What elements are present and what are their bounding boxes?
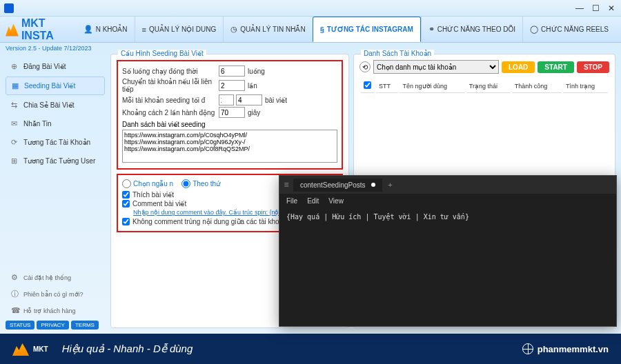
titlebar: — ☐ ✕ xyxy=(0,0,621,17)
accounts-table: STT Tên người dùng Trạng thái Thành công… xyxy=(359,78,609,94)
editor-menu-file[interactable]: File xyxy=(286,197,297,205)
editor-menu-icon[interactable]: ≡ xyxy=(279,180,293,190)
modified-dot-icon xyxy=(371,183,375,187)
maximize-button[interactable]: ☐ xyxy=(590,3,602,13)
pill-terms[interactable]: TERMS xyxy=(71,321,99,330)
col-username: Tên người dùng xyxy=(400,79,464,93)
interact-icon: ⟳ xyxy=(11,138,19,147)
cfg-threads-input[interactable] xyxy=(219,65,245,77)
accounts-panel-title: Danh Sách Tài Khoản xyxy=(361,50,434,57)
tab-content-mgmt[interactable]: ≡QUẢN LÝ NỘI DUNG xyxy=(135,17,224,42)
sidebar-item-interact-wall[interactable]: ⊞Tương Tác Tường User xyxy=(6,152,105,170)
message-icon: ✉ xyxy=(11,119,19,128)
sidebar-whatsnew[interactable]: ⓘPhiên bản có gì mới? xyxy=(6,286,105,302)
select-all-checkbox[interactable] xyxy=(364,81,371,89)
col-stt: STT xyxy=(376,79,398,93)
col-status: Trạng thái xyxy=(466,79,511,93)
support-icon: ☎ xyxy=(11,306,19,315)
start-button[interactable]: START xyxy=(538,61,574,73)
chk-like[interactable] xyxy=(122,191,130,199)
tab-follow[interactable]: ⚭CHỨC NĂNG THEO DÕI xyxy=(421,17,522,42)
info-icon: ⓘ xyxy=(11,289,19,299)
editor-new-tab[interactable]: + xyxy=(382,181,399,189)
chk-comment[interactable] xyxy=(122,200,130,208)
sidebar: ⊕Đăng Bài Viết ▦Seeding Bài Viết ⇆Chia S… xyxy=(0,54,110,334)
tab-message-mgmt[interactable]: ◷QUẢN LÝ TIN NHẮN xyxy=(223,17,312,42)
config-box: Số luồng chạy đồng thờiluồng Chuyển tài … xyxy=(117,60,343,170)
gear-icon: ⚙ xyxy=(11,273,19,282)
col-condition: Tình trạng xyxy=(563,79,608,93)
load-button[interactable]: LOAD xyxy=(502,61,535,73)
user-icon: 👤 xyxy=(83,25,93,34)
list-icon: ≡ xyxy=(142,26,146,34)
col-success: Thành công xyxy=(512,79,562,93)
minimize-button[interactable]: — xyxy=(573,3,586,13)
radio-random[interactable]: Chọn ngẫu n xyxy=(122,179,173,188)
seedlist-textarea[interactable]: https://www.instagram.com/p/C0sqhO4yPMl/… xyxy=(122,130,337,163)
tab-instagram-interact[interactable]: §TƯƠNG TÁC INSTAGRAM xyxy=(313,17,421,42)
tab-reels[interactable]: ◯CHỨC NĂNG REELS xyxy=(522,17,615,42)
wall-icon: ⊞ xyxy=(11,156,19,165)
cfg-delay-input[interactable] xyxy=(219,107,245,118)
share-icon: ⇆ xyxy=(11,101,19,110)
editor-menu-edit[interactable]: Edit xyxy=(307,197,319,205)
editor-menu-view[interactable]: View xyxy=(328,197,344,205)
cfg-max-label: Mỗi tài khoản seeding tối đ xyxy=(122,97,219,104)
cfg-switch-label: Chuyển tài khoản nếu lỗi liên tiếp xyxy=(122,78,219,93)
cfg-max-input-b[interactable] xyxy=(236,94,262,105)
cfg-max-input-a[interactable] xyxy=(219,94,234,105)
logo-text: MKT INSTA xyxy=(21,17,72,42)
cfg-threads-label: Số luồng chạy đồng thời xyxy=(122,68,219,75)
footer: MKT Hiệu quả - Nhanh - Dễ dùng phanmemmk… xyxy=(0,334,621,364)
follow-icon: ⚭ xyxy=(428,25,435,34)
sidebar-item-post[interactable]: ⊕Đăng Bài Viết xyxy=(6,58,105,75)
chk-no-dup[interactable] xyxy=(122,218,130,225)
pill-status[interactable]: STATUS xyxy=(6,321,34,330)
category-select[interactable]: Chọn danh mục tài khoản xyxy=(373,60,499,74)
close-button[interactable]: ✕ xyxy=(606,3,617,13)
sidebar-settings[interactable]: ⚙Cài đặt hệ thống xyxy=(6,270,105,285)
clock-icon: ◷ xyxy=(230,25,237,34)
footer-logo-icon xyxy=(12,342,29,356)
app-icon xyxy=(4,3,14,13)
tab-account[interactable]: 👤N KHOẢN xyxy=(77,17,135,42)
upload-icon: ⊕ xyxy=(11,62,19,71)
footer-url[interactable]: phanmemmkt.vn xyxy=(522,343,609,354)
seed-icon: ▦ xyxy=(12,81,20,90)
cfg-switch-input[interactable] xyxy=(219,80,245,91)
sidebar-item-share[interactable]: ⇆Chia Sẻ Bài Viết xyxy=(6,97,105,114)
sidebar-support[interactable]: ☎Hỗ trợ khách hàng xyxy=(6,303,105,318)
sidebar-item-seeding[interactable]: ▦Seeding Bài Viết xyxy=(6,77,105,95)
sidebar-item-interact-account[interactable]: ⟳Tương Tác Tài Khoản xyxy=(6,134,105,151)
sidebar-item-message[interactable]: ✉Nhắn Tin xyxy=(6,115,105,132)
refresh-button[interactable]: ⟲ xyxy=(359,61,371,72)
topbar: MKT INSTA 👤N KHOẢN ≡QUẢN LÝ NỘI DUNG ◷QU… xyxy=(0,17,621,43)
config-panel-title: Cấu Hình Seeding Bài Viết xyxy=(118,50,206,57)
editor-window[interactable]: ≡ contentSeedingPosts + File Edit View {… xyxy=(279,175,617,327)
stop-button[interactable]: STOP xyxy=(577,61,609,73)
footer-mkt: MKT xyxy=(33,345,48,353)
logo: MKT INSTA xyxy=(6,17,72,42)
radio-order[interactable]: Theo thứ xyxy=(181,179,220,188)
footer-slogan: Hiệu quả - Nhanh - Dễ dùng xyxy=(62,343,193,355)
editor-tab[interactable]: contentSeedingPosts xyxy=(293,179,382,192)
cfg-delay-label: Khoảng cách 2 lần hành động xyxy=(122,109,219,117)
pill-privacy[interactable]: PRIVACY xyxy=(37,321,69,330)
editor-body[interactable]: {Hay quá | Hữu ích | Tuyệt vời | Xin tư … xyxy=(279,208,616,226)
version-label: Version 2.5 - Update 7/12/2023 xyxy=(6,45,92,52)
reels-icon: ◯ xyxy=(530,25,538,34)
globe-icon xyxy=(522,343,533,354)
logo-mark-icon xyxy=(6,23,19,37)
link-icon: § xyxy=(320,26,324,34)
seedlist-label: Danh sách bài viết seeding xyxy=(122,121,337,128)
